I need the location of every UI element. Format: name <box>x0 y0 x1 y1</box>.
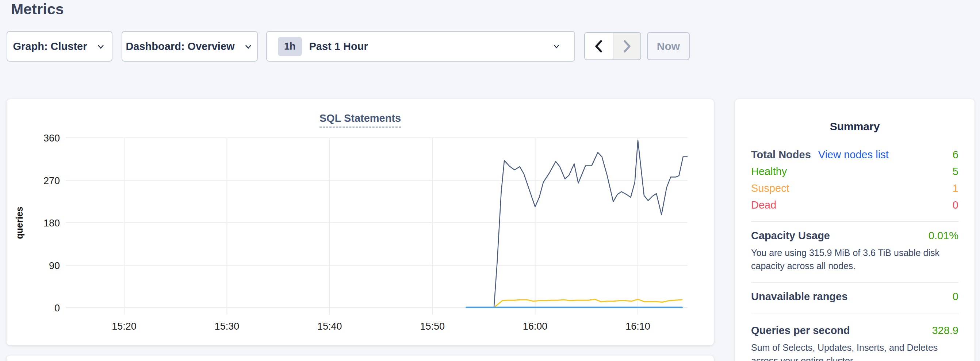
time-range-label: Past 1 Hour <box>309 41 368 52</box>
time-range-badge: 1h <box>278 37 302 56</box>
page-title: Metrics <box>11 1 64 18</box>
unavailable-ranges-value: 0 <box>953 291 958 302</box>
healthy-value: 5 <box>953 166 958 177</box>
toolbar: Metrics Graph: Cluster Dashboard: Overvi… <box>0 0 980 66</box>
y-tick-label: 360 <box>43 133 60 144</box>
x-tick-label: 15:50 <box>420 321 445 332</box>
y-tick-label: 180 <box>43 218 60 229</box>
chevron-down-icon <box>551 41 562 52</box>
unavailable-ranges-label: Unavailable ranges <box>751 291 848 302</box>
divider <box>751 314 958 314</box>
x-tick-label: 15:40 <box>317 321 342 332</box>
total-nodes-value: 6 <box>953 149 958 161</box>
node-status-list: Total Nodes View nodes list 6 Healthy 5 … <box>751 149 958 216</box>
suspect-value: 1 <box>953 182 958 194</box>
capacity-usage-label: Capacity Usage <box>751 230 830 242</box>
healthy-label: Healthy <box>751 166 787 177</box>
y-tick-label: 270 <box>43 176 60 186</box>
chevron-left-icon <box>592 38 606 54</box>
queries-per-second-label: Queries per second <box>751 325 850 337</box>
divider <box>751 221 958 222</box>
dark-blue-line <box>494 140 687 307</box>
dead-nodes-row: Dead 0 <box>751 199 958 216</box>
summary-title: Summary <box>751 120 958 133</box>
queries-per-second-value: 328.9 <box>932 325 958 337</box>
queries-per-second-description: Sum of Selects, Updates, Inserts, and De… <box>751 341 958 361</box>
chevron-down-icon <box>95 41 106 52</box>
yellow-line <box>494 299 682 307</box>
suspect-label: Suspect <box>751 182 789 194</box>
time-range-selector[interactable]: 1h Past 1 Hour <box>266 31 575 62</box>
healthy-nodes-row: Healthy 5 <box>751 166 958 182</box>
y-axis-label: queries <box>14 207 24 239</box>
chevron-down-icon <box>243 41 254 52</box>
chart-panel: SQL Statements 09018027036015:2015:3015:… <box>6 99 714 345</box>
view-nodes-link[interactable]: View nodes list <box>818 149 889 161</box>
capacity-usage-section: Capacity Usage 0.01% You are using 315.9… <box>751 230 958 272</box>
total-nodes-row: Total Nodes View nodes list 6 <box>751 149 958 166</box>
graph-dropdown-label: Graph: Cluster <box>13 41 87 52</box>
time-prev-button[interactable] <box>585 33 612 59</box>
next-chart-panel <box>6 356 714 361</box>
capacity-usage-value: 0.01% <box>929 230 958 242</box>
unavailable-ranges-section: Unavailable ranges 0 <box>751 291 958 302</box>
suspect-nodes-row: Suspect 1 <box>751 182 958 199</box>
dashboard-dropdown-label: Dashboard: Overview <box>126 41 234 52</box>
time-next-button[interactable] <box>612 33 640 59</box>
x-tick-label: 16:00 <box>523 321 548 332</box>
dead-value: 0 <box>953 199 958 211</box>
time-nav-group <box>584 32 641 60</box>
summary-panel: Summary Total Nodes View nodes list 6 He… <box>735 99 975 361</box>
chevron-right-icon <box>620 38 634 54</box>
y-tick-label: 90 <box>49 260 60 271</box>
sql-statements-chart[interactable]: 09018027036015:2015:3015:4015:5016:0016:… <box>6 99 714 345</box>
graph-dropdown[interactable]: Graph: Cluster <box>6 31 113 62</box>
now-button[interactable]: Now <box>647 32 690 60</box>
dead-label: Dead <box>751 199 776 211</box>
divider <box>751 282 958 283</box>
capacity-usage-description: You are using 315.9 MiB of 3.6 TiB usabl… <box>751 246 958 272</box>
x-tick-label: 15:30 <box>215 321 240 332</box>
x-tick-label: 15:20 <box>112 321 137 332</box>
dashboard-dropdown[interactable]: Dashboard: Overview <box>122 31 258 62</box>
queries-per-second-section: Queries per second 328.9 Sum of Selects,… <box>751 325 958 361</box>
x-tick-label: 16:10 <box>625 321 650 332</box>
y-tick-label: 0 <box>54 302 60 314</box>
total-nodes-label: Total Nodes <box>751 149 811 161</box>
chart-canvas[interactable]: 09018027036015:2015:3015:4015:5016:0016:… <box>6 99 714 345</box>
